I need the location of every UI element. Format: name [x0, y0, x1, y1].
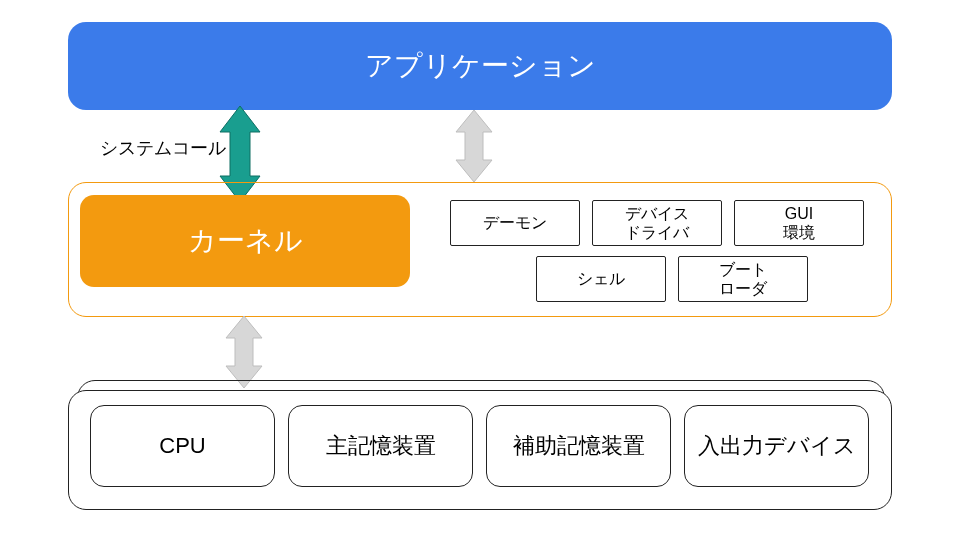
gui-env-label: GUI 環境: [783, 204, 815, 242]
kernel-hw-arrow-icon: [222, 316, 266, 388]
svg-marker-1: [456, 110, 492, 182]
gui-env-box: GUI 環境: [734, 200, 864, 246]
boot-loader-box: ブート ローダ: [678, 256, 808, 302]
main-memory-label: 主記憶装置: [326, 431, 436, 461]
main-memory-box: 主記憶装置: [288, 405, 473, 487]
boot-loader-label: ブート ローダ: [719, 260, 767, 298]
daemon-box: デーモン: [450, 200, 580, 246]
cpu-label: CPU: [159, 433, 205, 459]
device-driver-label: デバイス ドライバ: [625, 204, 689, 242]
application-label: アプリケーション: [365, 47, 596, 85]
svg-marker-2: [226, 316, 262, 388]
io-device-box: 入出力デバイス: [684, 405, 869, 487]
shell-box: シェル: [536, 256, 666, 302]
device-driver-box: デバイス ドライバ: [592, 200, 722, 246]
aux-storage-label: 補助記憶装置: [513, 431, 645, 461]
syscall-label: システムコール: [100, 136, 226, 160]
kernel-label: カーネル: [188, 222, 303, 260]
application-box: アプリケーション: [68, 22, 892, 110]
kernel-box: カーネル: [80, 195, 410, 287]
cpu-box: CPU: [90, 405, 275, 487]
aux-storage-box: 補助記憶装置: [486, 405, 671, 487]
daemon-label: デーモン: [483, 213, 547, 232]
shell-label: シェル: [577, 269, 625, 288]
io-device-label: 入出力デバイス: [698, 431, 856, 461]
app-os-arrow-icon: [452, 110, 496, 182]
